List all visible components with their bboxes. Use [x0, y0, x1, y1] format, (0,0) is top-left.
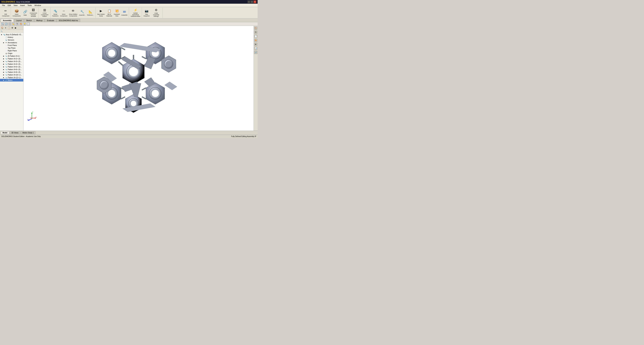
tree-item-label: (f) Pattern 9<1> [8, 55, 20, 57]
expand-icon [3, 39, 5, 41]
menu-file[interactable]: File [1, 4, 6, 7]
ftree-play-button[interactable]: ▶ [14, 26, 17, 29]
plane-icon: ▭ [5, 44, 8, 46]
tree-item-pattern1[interactable]: ▶ 🔩 (f) Pattern 9<1> [0, 55, 23, 57]
right-panel-notes[interactable]: 🗒 [254, 30, 258, 34]
linear-component-pattern-button[interactable]: ⊞ LinearComponentPattern [40, 8, 50, 18]
tree-item-top-plane[interactable]: ▭ Top Plane [0, 47, 23, 49]
tree-item-label: Mates [8, 79, 12, 81]
close-button[interactable]: ✕ [254, 0, 256, 3]
insert-icon: 📦 [14, 8, 19, 13]
exploded-view-button[interactable]: 💥 ExplodedView [113, 8, 120, 18]
right-panel-color[interactable]: 🎨 [254, 38, 258, 42]
component-preview-button[interactable]: 🖼 ComponentPreviewWindow [29, 8, 38, 18]
tree-item-label: Pattern 9<3> (D... [8, 60, 22, 62]
history-icon: 🕐 [5, 36, 8, 38]
viewport-color-button[interactable]: 🎨 [20, 22, 22, 26]
bottom-tab-motion[interactable]: Motion Study 1 [21, 131, 36, 134]
tree-item-label: Pattern 9<12> (I... [8, 76, 22, 78]
show-hidden-components-button[interactable]: 👁 Show HiddenComponents [68, 8, 78, 18]
bottom-tab-3dviews[interactable]: 3D Views [10, 131, 20, 134]
tab-addins[interactable]: SOLIDWORKS Add-Ins [56, 19, 80, 22]
tree-item-assy9[interactable]: ▶ 🔩 Assy 9 (Default) <D... [0, 33, 23, 36]
menu-tools[interactable]: Tools [26, 4, 33, 7]
tree-item-history[interactable]: 🕐 History [0, 36, 23, 38]
smart-fasteners-button[interactable]: 🔩 SmartFasteners [52, 8, 59, 18]
right-panel-link[interactable]: 🔗 [254, 51, 258, 54]
viewport-zoom-button[interactable]: 🔍 [1, 22, 4, 26]
viewport-edit-button[interactable]: ✎ [16, 22, 19, 26]
minimize-button[interactable]: ─ [248, 0, 250, 3]
take-snapshot-button[interactable]: 📷 TakeSnapshot [143, 8, 150, 18]
insert-components-button[interactable]: 📦 InsertComponents [12, 8, 21, 18]
main-area: 🏠 ≡ 📋 ⚙ ▶ 🔍 ▶ 🔩 Assy 9 (Default) <D... 🕐… [0, 26, 258, 131]
tree-item-pattern5[interactable]: ▶ 🔩 Pattern 9<5> (D... [0, 66, 23, 68]
tree-item-label: History [8, 36, 13, 38]
tree-item-mates[interactable]: ▶ 🔗 Mates [0, 79, 23, 82]
tree-item-sensors[interactable]: 📡 Sensors [0, 38, 23, 41]
ftree-home-button[interactable]: 🏠 [1, 26, 4, 29]
tree-item-pattern9[interactable]: ▶ 🔩 Pattern 9<9> (D... [0, 71, 23, 74]
right-panel-data[interactable]: 📊 [254, 47, 258, 50]
tree-item-front-plane[interactable]: ▭ Front Plane [0, 44, 23, 47]
tab-sketch[interactable]: Sketch [24, 19, 34, 22]
plane-icon: ▭ [5, 47, 8, 49]
right-panel-doc[interactable]: 📄 [254, 34, 258, 38]
tab-layout[interactable]: Layout [14, 19, 24, 22]
menu-view[interactable]: View [12, 4, 19, 7]
large-assembly-settings-button[interactable]: ⚙ Large AssemblySettings [150, 8, 162, 18]
component-icon: 🔩 [5, 71, 8, 73]
viewport-rotate-button[interactable]: 🔄 [5, 22, 8, 26]
tree-item-pattern10[interactable]: ▶ 🔩 Pattern 9<10> (I... [0, 74, 23, 76]
tree-item-origin[interactable]: ◎ Origin [0, 52, 23, 55]
tree-item-pattern12[interactable]: ▶ 🔩 Pattern 9<12> (I... [0, 76, 23, 79]
tree-item-pattern3[interactable]: ▶ 🔩 Pattern 9<3> (D... [0, 60, 23, 63]
expand-icon: ▶ [3, 66, 5, 68]
viewport[interactable]: Y X Z [24, 26, 254, 131]
menu-bar: FileEditViewInsertToolsWindow [0, 4, 258, 7]
tree-item-pattern2[interactable]: ▶ 🔩 Pattern 9<2> (D... [0, 57, 23, 60]
right-panel-home[interactable]: 🏠 [254, 26, 258, 30]
tree-item-right-plane[interactable]: ▭ Right Plane [0, 49, 23, 52]
tree-item-label: Origin [8, 52, 12, 54]
svg-point-46 [101, 82, 107, 88]
annotations-icon: ✏ [5, 42, 8, 44]
axis-indicator: Y X Z [27, 110, 37, 120]
viewport-lighting-button[interactable]: 💡 [23, 22, 26, 26]
reference-geometry-button[interactable]: 📐 Referenc... [86, 8, 95, 18]
tab-bar: Assembly Layout Sketch Markup Evaluate S… [0, 18, 258, 22]
right-panel-settings[interactable]: ⚙ [254, 42, 258, 46]
new-motion-study-button[interactable]: ▶ New MotionStudy [96, 8, 106, 18]
ftree-config-button[interactable]: ⚙ [11, 26, 14, 29]
mate-button[interactable]: 🔗 Mate [22, 8, 29, 18]
update-speedpak-button[interactable]: ⚡ UpdateSpeedPakSubassemblies [130, 8, 141, 18]
ftree-list-button[interactable]: ≡ [4, 26, 7, 29]
maximize-button[interactable]: □ [250, 0, 253, 3]
viewport-measure-button[interactable]: 📐 [12, 22, 15, 26]
toolbar-group-study: ▶ New MotionStudy 📋 Bill ofMaterials 💥 E… [96, 8, 129, 18]
menu-insert[interactable]: Insert [19, 4, 26, 7]
tab-markup[interactable]: Markup [34, 19, 45, 22]
component-icon: 🔩 [5, 68, 8, 70]
tree-item-annotations[interactable]: ▶ ✏ Annotations [0, 41, 23, 44]
menu-window[interactable]: Window [33, 4, 42, 7]
menu-edit[interactable]: Edit [6, 4, 12, 7]
edit-component-button[interactable]: ✏ EditComponent [1, 8, 10, 18]
tree-item-pattern6[interactable]: ▶ 🔩 Pattern 9<6> (D... [0, 68, 23, 71]
ftree-properties-button[interactable]: 📋 [8, 26, 10, 29]
expand-icon: ▶ [3, 55, 5, 57]
tree-item-label: Pattern 9<10> (I... [8, 74, 22, 76]
title-bar-controls[interactable]: ─ □ ✕ [248, 0, 256, 3]
tab-assembly[interactable]: Assembly [1, 19, 14, 22]
bill-of-materials-button[interactable]: 📋 Bill ofMaterials [106, 8, 113, 18]
toolbar: ✏ EditComponent 📦 InsertComponents 🔗 Mat… [0, 7, 258, 18]
toolbar-group-assembly: 🔩 SmartFasteners ↔ MoveComponent 👁 Show … [51, 8, 96, 18]
instant3d-button[interactable]: 3D Instant3D [121, 8, 128, 18]
bottom-tab-model[interactable]: Model [1, 131, 9, 134]
tab-evaluate[interactable]: Evaluate [45, 19, 56, 22]
viewport-mode-button[interactable]: ⬜ [27, 22, 30, 26]
tree-item-pattern4[interactable]: ▶ 🔩 Pattern 9<4> (D... [0, 63, 23, 66]
viewport-fit-button[interactable]: ⛶ [8, 22, 12, 26]
move-component-button[interactable]: ↔ MoveComponent [59, 8, 68, 18]
assembly-features-button[interactable]: 🔧 Assembl... [78, 8, 86, 18]
